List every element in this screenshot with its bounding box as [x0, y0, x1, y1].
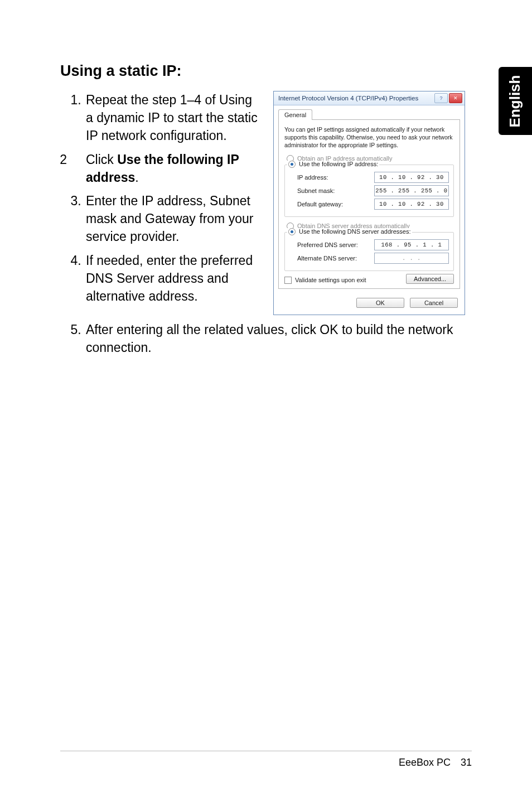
radio-use-dns[interactable]: [288, 228, 296, 235]
label-default-gateway: Default gateway:: [289, 201, 374, 207]
section-heading: Using a static IP:: [60, 62, 472, 80]
footer-product: EeeBox PC: [399, 757, 451, 769]
input-default-gateway[interactable]: 10 . 10 . 92 . 30: [374, 199, 449, 210]
language-tab: English: [499, 67, 532, 135]
label-ip-address: IP address:: [289, 174, 374, 181]
step-2-post: .: [135, 170, 138, 185]
input-ip-address[interactable]: 10 . 10 . 92 . 30: [374, 172, 449, 183]
tab-body: You can get IP settings assigned automat…: [278, 119, 460, 289]
row-default-gateway: Default gateway: 10 . 10 . 92 . 30: [289, 199, 449, 210]
steps-list-cont: After entering all the related values, c…: [60, 321, 472, 356]
ok-button[interactable]: OK: [356, 298, 404, 308]
cancel-button[interactable]: Cancel: [410, 298, 458, 308]
radio-use-dns-row[interactable]: Use the following DNS server addresses:: [287, 228, 412, 235]
group-use-ip: Use the following IP address: IP address…: [284, 165, 454, 217]
step-5-wrap: After entering all the related values, c…: [60, 321, 472, 356]
radio-use-ip-label: Use the following IP address:: [299, 161, 378, 167]
step-5: After entering all the related values, c…: [85, 321, 472, 356]
row-alternate-dns: Alternate DNS server: . . .: [289, 253, 449, 264]
page-footer: EeeBox PC 31: [60, 751, 472, 769]
step-3: Enter the IP address, Subnet mask and Ga…: [85, 192, 261, 246]
step-2: Click Use the following IP address.: [85, 151, 261, 186]
ipv4-properties-dialog: Internet Protocol Version 4 (TCP/IPv4) P…: [273, 91, 465, 315]
input-alternate-dns[interactable]: . . .: [374, 253, 449, 264]
checkbox-validate[interactable]: [284, 277, 292, 284]
row-ip-address: IP address: 10 . 10 . 92 . 30: [289, 172, 449, 183]
step-4: If needed, enter the preferred DNS Serve…: [85, 252, 261, 306]
dialog-titlebar: Internet Protocol Version 4 (TCP/IPv4) P…: [274, 91, 465, 105]
footer-page-number: 31: [461, 757, 472, 769]
page-content: Using a static IP: Repeat the step 1–4 o…: [60, 62, 472, 362]
step-2-pre: Click: [86, 152, 117, 167]
steps-column: Repeat the step 1–4 of Using a dynamic I…: [60, 91, 261, 311]
label-subnet-mask: Subnet mask:: [289, 187, 374, 194]
language-tab-label: English: [507, 75, 524, 127]
label-preferred-dns: Preferred DNS server:: [289, 241, 374, 248]
input-preferred-dns[interactable]: 168 . 95 . 1 . 1: [374, 239, 449, 250]
steps-list: Repeat the step 1–4 of Using a dynamic I…: [60, 91, 261, 305]
group-use-dns: Use the following DNS server addresses: …: [284, 232, 454, 271]
tab-general[interactable]: General: [278, 109, 312, 120]
body-row: Repeat the step 1–4 of Using a dynamic I…: [60, 91, 472, 315]
label-alternate-dns: Alternate DNS server:: [289, 255, 374, 262]
dialog-title: Internet Protocol Version 4 (TCP/IPv4) P…: [278, 95, 433, 102]
row-subnet-mask: Subnet mask: 255 . 255 . 255 . 0: [289, 185, 449, 196]
input-subnet-mask[interactable]: 255 . 255 . 255 . 0: [374, 185, 449, 196]
help-icon[interactable]: ?: [434, 93, 448, 103]
advanced-button[interactable]: Advanced...: [406, 274, 454, 284]
tab-strip: General: [274, 105, 465, 119]
dialog-description: You can get IP settings assigned automat…: [284, 125, 454, 149]
radio-use-ip-row[interactable]: Use the following IP address:: [287, 161, 379, 168]
close-icon[interactable]: ✕: [449, 93, 462, 103]
radio-use-ip[interactable]: [288, 161, 296, 168]
dialog-column: Internet Protocol Version 4 (TCP/IPv4) P…: [273, 91, 465, 315]
dialog-footer: OK Cancel: [274, 293, 465, 315]
label-validate: Validate settings upon exit: [295, 277, 366, 283]
step-1: Repeat the step 1–4 of Using a dynamic I…: [85, 91, 261, 145]
row-preferred-dns: Preferred DNS server: 168 . 95 . 1 . 1: [289, 239, 449, 250]
radio-use-dns-label: Use the following DNS server addresses:: [299, 228, 411, 235]
